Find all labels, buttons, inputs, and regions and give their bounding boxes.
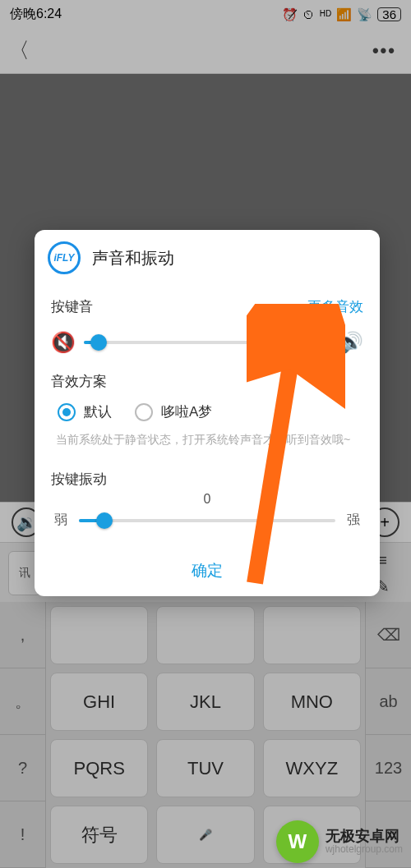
confirm-button[interactable]: 确定: [35, 547, 380, 593]
radio-label: 默认: [84, 402, 112, 421]
radio-label: 哆啦A梦: [161, 402, 212, 421]
vibration-scale-value: 0: [51, 489, 363, 507]
radio-doraemon[interactable]: 哆啦A梦: [135, 402, 212, 421]
radio-icon: [135, 403, 153, 421]
key-sound-label: 按键音: [51, 297, 93, 316]
sound-settings-modal: iFLY 声音和振动 按键音 更多音效 🔇 🔊 音效方案 默认 哆啦A梦: [35, 230, 380, 596]
watermark-url: wjhotelgroup.com: [326, 844, 403, 856]
modal-title: 声音和振动: [92, 247, 174, 269]
radio-default[interactable]: 默认: [58, 402, 112, 421]
watermark-logo-icon: W: [276, 820, 319, 863]
sound-scheme-label: 音效方案: [51, 372, 363, 391]
mute-hint: 当前系统处于静音状态，打开系统铃声音才能听到音效哦~: [51, 429, 363, 457]
key-sound-slider[interactable]: [84, 341, 330, 344]
vibration-max-label: 强: [347, 512, 360, 529]
speaker-loud-icon: 🔊: [339, 331, 363, 354]
vibration-label: 按键振动: [51, 470, 363, 489]
watermark-title: 无极安卓网: [326, 828, 403, 845]
vibration-slider[interactable]: [79, 519, 335, 522]
watermark: W 无极安卓网 wjhotelgroup.com: [268, 815, 411, 868]
vibration-min-label: 弱: [54, 512, 67, 529]
more-sound-effects-link[interactable]: 更多音效: [307, 297, 363, 316]
radio-icon: [58, 403, 76, 421]
ifly-logo-icon: iFLY: [48, 241, 81, 274]
speaker-mute-icon: 🔇: [51, 331, 76, 354]
